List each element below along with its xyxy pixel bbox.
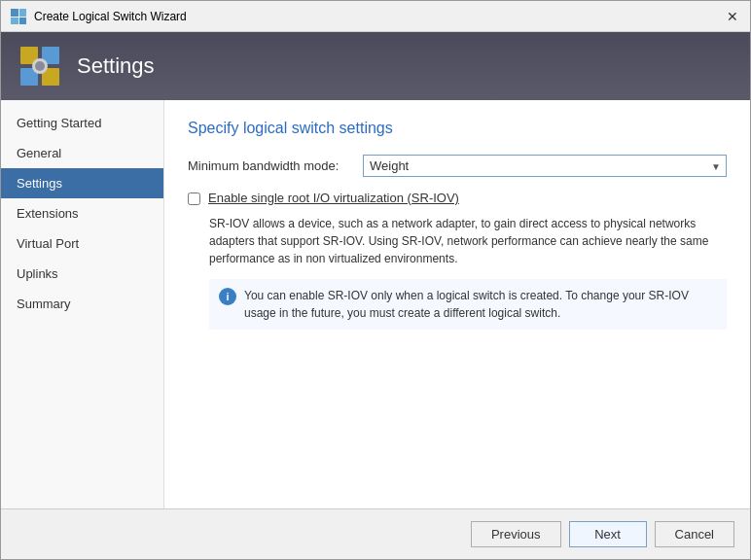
- bandwidth-label: Minimum bandwidth mode:: [188, 158, 363, 173]
- sidebar-item-settings[interactable]: Settings: [1, 168, 163, 198]
- main-content: Specify logical switch settings Minimum …: [164, 100, 750, 508]
- previous-button[interactable]: Previous: [471, 521, 561, 547]
- sriov-checkbox-label[interactable]: Enable single root I/O virtualization (S…: [208, 191, 459, 205]
- sidebar-item-extensions[interactable]: Extensions: [1, 198, 163, 228]
- next-button[interactable]: Next: [569, 521, 647, 547]
- info-icon: i: [219, 288, 236, 305]
- svg-rect-3: [19, 18, 26, 24]
- svg-point-9: [35, 61, 45, 71]
- cancel-button[interactable]: Cancel: [655, 521, 734, 547]
- header-title: Settings: [77, 53, 155, 79]
- svg-rect-2: [11, 18, 18, 24]
- sriov-checkbox-row: Enable single root I/O virtualization (S…: [188, 191, 727, 205]
- sidebar-item-uplinks[interactable]: Uplinks: [1, 259, 163, 289]
- info-box: i You can enable SR-IOV only when a logi…: [209, 279, 727, 330]
- bandwidth-row: Minimum bandwidth mode: Weight Absolute …: [188, 155, 727, 177]
- svg-rect-0: [11, 9, 18, 17]
- sriov-description: SR-IOV allows a device, such as a networ…: [209, 215, 727, 267]
- sriov-checkbox[interactable]: [188, 192, 200, 205]
- section-title: Specify logical switch settings: [188, 120, 727, 137]
- info-text: You can enable SR-IOV only when a logica…: [244, 287, 717, 322]
- close-button[interactable]: ✕: [723, 7, 742, 26]
- wizard-window: Create Logical Switch Wizard ✕ Settings …: [0, 0, 751, 560]
- content-area: Getting Started General Settings Extensi…: [1, 100, 750, 508]
- settings-icon: [17, 43, 63, 89]
- bandwidth-dropdown[interactable]: Weight Absolute Default: [363, 155, 727, 177]
- svg-rect-1: [19, 9, 26, 17]
- sidebar-item-virtual-port[interactable]: Virtual Port: [1, 228, 163, 259]
- sidebar: Getting Started General Settings Extensi…: [1, 100, 164, 508]
- sidebar-item-getting-started[interactable]: Getting Started: [1, 108, 163, 138]
- footer: Previous Next Cancel: [1, 508, 750, 559]
- title-bar: Create Logical Switch Wizard ✕: [1, 1, 750, 32]
- sidebar-item-summary[interactable]: Summary: [1, 289, 163, 319]
- window-icon: [9, 7, 28, 26]
- window-title: Create Logical Switch Wizard: [34, 10, 723, 23]
- sidebar-item-general[interactable]: General: [1, 138, 163, 168]
- bandwidth-dropdown-wrapper: Weight Absolute Default ▼: [363, 155, 727, 177]
- header-banner: Settings: [1, 32, 750, 100]
